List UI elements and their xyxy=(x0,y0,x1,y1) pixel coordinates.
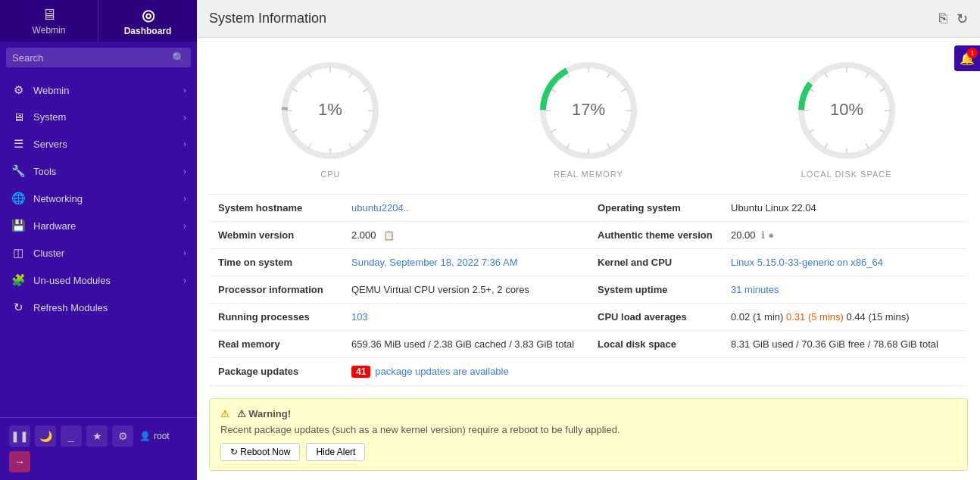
cpu-gauge-svg: 1% xyxy=(277,58,383,164)
notification-badge: 1 xyxy=(967,48,978,58)
footer-username: root xyxy=(154,431,170,441)
warning-actions: ↻ Reboot Now Hide Alert xyxy=(220,443,957,461)
info-val-pkg-updates: 41package updates are available xyxy=(351,366,509,378)
chevron-right-icon: › xyxy=(183,167,186,176)
updates-link[interactable]: package updates are available xyxy=(375,366,508,377)
sidebar-item-tools[interactable]: 🔧 Tools › xyxy=(0,157,197,185)
sidebar-item-hardware[interactable]: 💾 Hardware › xyxy=(0,212,197,239)
refresh-icon[interactable]: ↻ xyxy=(957,11,968,27)
nav-items: ⚙ Webmin › 🖥 System › ☰ Servers › 🔧 Tool… xyxy=(0,73,197,417)
footer-config-icon[interactable]: ⚙ xyxy=(112,425,133,447)
processes-link[interactable]: 103 xyxy=(351,311,368,323)
webmin-nav-icon: ⚙ xyxy=(11,83,26,97)
search-input[interactable] xyxy=(12,52,172,64)
sidebar-item-label: Un-used Modules xyxy=(33,275,111,286)
table-row: System uptime 31 minutes xyxy=(588,276,968,304)
sidebar-item-networking[interactable]: 🌐 Networking › xyxy=(0,185,197,212)
user-icon: 👤 xyxy=(139,431,151,441)
sidebar-dashboard-section[interactable]: ◎ Dashboard xyxy=(98,0,197,42)
chevron-right-icon: › xyxy=(183,276,186,285)
hide-alert-button[interactable]: Hide Alert xyxy=(306,443,365,461)
info-val-processor: QEMU Virtual CPU version 2.5+, 2 cores xyxy=(351,284,529,295)
sidebar-item-label: System xyxy=(33,111,66,123)
sidebar-item-label: Webmin xyxy=(33,85,69,96)
table-row: Kernel and CPU Linux 5.15.0-33-generic o… xyxy=(588,249,968,276)
unused-modules-nav-icon: 🧩 xyxy=(11,273,26,287)
table-row: Processor information QEMU Virtual CPU v… xyxy=(209,276,588,304)
info-key-running-proc: Running processes xyxy=(218,311,339,323)
search-bar[interactable]: 🔍 xyxy=(6,48,191,67)
chevron-right-icon: › xyxy=(183,248,186,257)
sidebar-item-refresh-modules[interactable]: ↻ Refresh Modules xyxy=(0,294,197,321)
info-val-theme-ver: 20.00 ℹ● xyxy=(731,229,774,241)
notification-bell[interactable]: 🔔 1 xyxy=(954,45,980,71)
reboot-now-button[interactable]: ↻ Reboot Now xyxy=(220,443,300,461)
sidebar-webmin-section[interactable]: 🖥 Webmin xyxy=(0,0,98,42)
info-val-cpu-load: 0.02 (1 min) 0.31 (5 mins) 0.44 (15 mins… xyxy=(731,311,910,323)
info-key-processor: Processor information xyxy=(218,284,339,295)
footer-night-icon[interactable]: 🌙 xyxy=(35,425,56,447)
sidebar-item-webmin[interactable]: ⚙ Webmin › xyxy=(0,76,197,104)
hardware-nav-icon: 💾 xyxy=(11,219,26,232)
footer-star-icon[interactable]: ★ xyxy=(86,425,108,447)
warning-title-text: ⚠ Warning! xyxy=(237,408,291,419)
footer-logout-button[interactable]: → xyxy=(9,451,30,472)
copy-icon[interactable]: 📋 xyxy=(383,230,395,241)
sidebar-item-label: Cluster xyxy=(33,248,64,259)
webmin-label: Webmin xyxy=(33,25,66,36)
memory-gauge-svg: 17% xyxy=(535,58,641,164)
sidebar-item-label: Hardware xyxy=(33,220,76,232)
sidebar-item-servers[interactable]: ☰ Servers › xyxy=(0,130,197,157)
sidebar-item-label: Tools xyxy=(33,166,56,177)
sidebar-footer: ❚❚ 🌙 _ ★ ⚙ 👤 root → xyxy=(0,417,197,480)
table-row-empty xyxy=(588,358,968,386)
footer-terminal-icon[interactable]: _ xyxy=(61,425,82,447)
svg-text:17%: 17% xyxy=(572,100,605,119)
tools-nav-icon: 🔧 xyxy=(11,164,26,178)
info-circle-icon[interactable]: ℹ xyxy=(761,229,765,241)
info-val-real-mem: 659.36 MiB used / 2.38 GiB cached / 3.83… xyxy=(351,338,574,350)
footer-user-section[interactable]: 👤 root xyxy=(139,431,170,441)
top-bar-actions: ⎘ ↻ xyxy=(939,11,968,27)
svg-text:10%: 10% xyxy=(830,100,863,119)
table-row: Operating system Ubuntu Linux 22.04 xyxy=(588,195,968,222)
sidebar-item-system[interactable]: 🖥 System › xyxy=(0,104,197,130)
table-row: CPU load averages 0.02 (1 min) 0.31 (5 m… xyxy=(588,304,968,331)
sidebar-item-label: Refresh Modules xyxy=(33,302,108,313)
uptime-link[interactable]: 31 minutes xyxy=(731,284,779,295)
table-row: Real memory 659.36 MiB used / 2.38 GiB c… xyxy=(209,331,588,358)
kernel-link[interactable]: Linux 5.15.0-33-generic on x86_64 xyxy=(731,257,883,268)
table-row: Authentic theme version 20.00 ℹ● xyxy=(588,222,968,249)
theme-plugin-icon[interactable]: ● xyxy=(768,229,774,241)
disk-gauge-svg: 10% xyxy=(794,58,900,164)
info-key-pkg-updates: Package updates xyxy=(218,366,339,378)
sidebar-item-unused-modules[interactable]: 🧩 Un-used Modules › xyxy=(0,266,197,294)
system-nav-icon: 🖥 xyxy=(11,111,26,123)
refresh-modules-nav-icon: ↻ xyxy=(11,301,26,314)
info-key-theme-ver: Authentic theme version xyxy=(598,229,719,241)
hostname-link[interactable]: ubuntu2204.. xyxy=(351,202,409,214)
table-row: Webmin version 2.000 📋 xyxy=(209,222,588,249)
table-row: System hostname ubuntu2204.. xyxy=(209,195,588,222)
share-icon[interactable]: ⎘ xyxy=(939,11,947,26)
table-row: Running processes 103 xyxy=(209,304,588,331)
disk-gauge: 10% LOCAL DISK SPACE xyxy=(794,58,900,179)
time-link[interactable]: Sunday, September 18, 2022 7:36 AM xyxy=(351,257,517,268)
warning-icon: ⚠ xyxy=(220,408,229,419)
sidebar: 🖥 Webmin ◎ Dashboard 🔍 ⚙ Webmin › 🖥 Syst… xyxy=(0,0,197,480)
info-val-uptime: 31 minutes xyxy=(731,284,779,295)
sidebar-item-cluster[interactable]: ◫ Cluster › xyxy=(0,239,197,266)
footer-toggle-icon[interactable]: ❚❚ xyxy=(9,425,30,447)
cluster-nav-icon: ◫ xyxy=(11,246,26,260)
info-key-cpu-load: CPU load averages xyxy=(598,311,719,323)
sidebar-item-label: Networking xyxy=(33,193,83,204)
info-key-webmin-ver: Webmin version xyxy=(218,229,339,241)
info-val-running-proc: 103 xyxy=(351,311,368,323)
update-badge: 41 xyxy=(351,366,370,378)
cpu-gauge: 1% CPU xyxy=(277,58,383,179)
servers-nav-icon: ☰ xyxy=(11,137,26,151)
chevron-right-icon: › xyxy=(183,113,186,122)
chevron-right-icon: › xyxy=(183,86,186,95)
memory-gauge: 17% REAL MEMORY xyxy=(535,58,641,179)
chevron-right-icon: › xyxy=(183,194,186,203)
